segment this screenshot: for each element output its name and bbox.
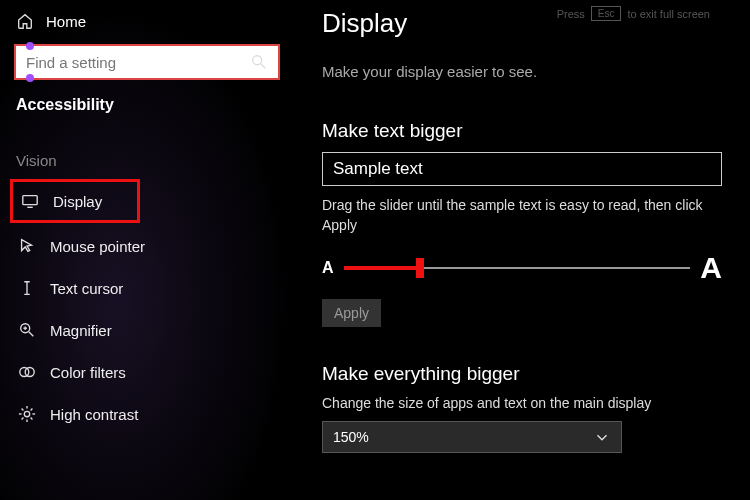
- slider-thumb-icon[interactable]: [416, 258, 424, 278]
- cursor-icon: [18, 237, 36, 255]
- svg-point-11: [24, 411, 29, 416]
- text-size-slider-row: A A: [322, 251, 722, 285]
- svg-point-10: [25, 368, 34, 377]
- hint-text: Press: [557, 8, 585, 20]
- display-scale-dropdown[interactable]: 150%: [322, 421, 622, 453]
- scale-description: Change the size of apps and text on the …: [322, 395, 722, 411]
- svg-line-16: [22, 409, 24, 411]
- sidebar-item-label: Color filters: [50, 364, 126, 381]
- chevron-down-icon: [593, 428, 611, 446]
- svg-point-0: [253, 56, 262, 65]
- svg-line-1: [261, 64, 266, 69]
- monitor-icon: [21, 192, 39, 210]
- section-make-everything-bigger: Make everything bigger: [322, 363, 722, 385]
- magnifier-icon: [18, 321, 36, 339]
- text-cursor-icon: [18, 279, 36, 297]
- apply-button[interactable]: Apply: [322, 299, 381, 327]
- sample-text-preview: Sample text: [322, 152, 722, 186]
- esc-key-label: Esc: [591, 6, 622, 21]
- dropdown-value: 150%: [333, 429, 369, 445]
- search-input[interactable]: [26, 54, 250, 71]
- sidebar-item-label: Mouse pointer: [50, 238, 145, 255]
- settings-sidebar: Home Accessibility Vision Display Mouse …: [0, 0, 294, 500]
- sidebar-item-mouse-pointer[interactable]: Mouse pointer: [10, 225, 284, 267]
- slider-min-label: A: [322, 259, 334, 277]
- sidebar-item-magnifier[interactable]: Magnifier: [10, 309, 284, 351]
- svg-line-6: [29, 332, 34, 337]
- color-filters-icon: [18, 363, 36, 381]
- svg-line-19: [31, 409, 33, 411]
- main-panel: Press Esc to exit full screen Display Ma…: [294, 0, 750, 500]
- hint-text: to exit full screen: [627, 8, 710, 20]
- sidebar-item-label: Display: [53, 193, 102, 210]
- slider-hint: Drag the slider until the sample text is…: [322, 196, 722, 235]
- fullscreen-hint: Press Esc to exit full screen: [557, 6, 710, 21]
- sidebar-group-vision: Vision: [10, 122, 284, 179]
- sidebar-item-high-contrast[interactable]: High contrast: [10, 393, 284, 435]
- text-size-slider[interactable]: [344, 267, 691, 269]
- sidebar-item-label: Magnifier: [50, 322, 112, 339]
- svg-line-18: [22, 418, 24, 420]
- brightness-icon: [18, 405, 36, 423]
- sidebar-item-color-filters[interactable]: Color filters: [10, 351, 284, 393]
- sidebar-item-display[interactable]: Display: [10, 179, 140, 223]
- slider-fill: [344, 266, 420, 270]
- page-subtitle: Make your display easier to see.: [322, 63, 722, 80]
- sidebar-section-title: Accessibility: [10, 94, 284, 122]
- sidebar-item-text-cursor[interactable]: Text cursor: [10, 267, 284, 309]
- home-label: Home: [46, 13, 86, 30]
- svg-rect-2: [23, 196, 37, 205]
- search-box[interactable]: [14, 44, 280, 80]
- sidebar-item-label: Text cursor: [50, 280, 123, 297]
- search-icon: [250, 53, 268, 71]
- home-link[interactable]: Home: [10, 8, 284, 34]
- section-make-text-bigger: Make text bigger: [322, 120, 722, 142]
- slider-max-label: A: [700, 251, 722, 285]
- selection-handle-icon: [26, 42, 34, 50]
- svg-line-17: [31, 418, 33, 420]
- selection-handle-icon: [26, 74, 34, 82]
- home-icon: [16, 12, 34, 30]
- sidebar-item-label: High contrast: [50, 406, 138, 423]
